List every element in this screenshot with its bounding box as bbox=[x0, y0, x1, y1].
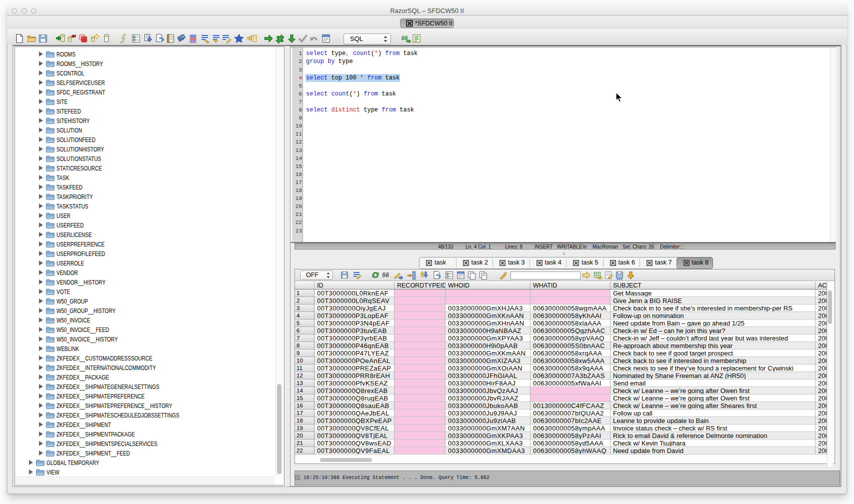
svg-text:66: 66 bbox=[382, 271, 390, 278]
